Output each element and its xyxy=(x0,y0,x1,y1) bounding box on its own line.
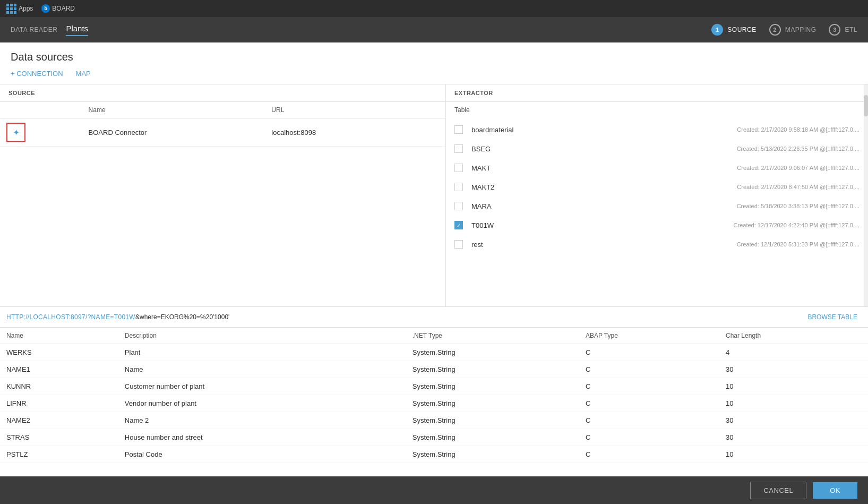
field-description: Name xyxy=(118,361,406,378)
extractor-panel-header: EXTRACTOR xyxy=(446,84,868,102)
scrollbar-track[interactable] xyxy=(864,84,868,306)
list-item[interactable]: BSEG Created: 5/13/2020 2:26:35 PM @[::f… xyxy=(446,139,868,158)
field-net-type: System.String xyxy=(406,378,579,395)
table-row: LIFNR Vendor number of plant System.Stri… xyxy=(0,395,868,412)
step-label-source: SOURCE xyxy=(727,26,756,33)
field-name: STRAS xyxy=(0,429,118,446)
list-item[interactable]: boardmaterial Created: 2/17/2020 9:58:18… xyxy=(446,120,868,139)
item-date: Created: 12/1/2020 5:31:33 PM @[::ffff:1… xyxy=(737,241,860,247)
item-date: Created: 5/13/2020 2:26:35 PM @[::ffff:1… xyxy=(737,146,860,152)
step-etl[interactable]: 3 ETL xyxy=(829,24,857,36)
apps-grid-icon xyxy=(6,4,16,14)
field-abap-type: C xyxy=(579,344,719,361)
item-name: MARA xyxy=(471,202,737,210)
header-left: DATA READER Plants xyxy=(11,24,88,36)
cancel-button[interactable]: CANCEL xyxy=(750,482,806,499)
item-check[interactable] xyxy=(454,125,465,134)
field-char-length: 30 xyxy=(719,429,868,446)
list-item[interactable]: MAKT Created: 2/17/2020 9:06:07 AM @[::f… xyxy=(446,158,868,177)
table-row: PSTLZ Postal Code System.String C 10 xyxy=(0,446,868,463)
step-source[interactable]: 1 SOURCE xyxy=(711,24,756,36)
field-name: WERKS xyxy=(0,344,118,361)
fields-col-header: Name xyxy=(0,328,118,344)
board-logo[interactable]: b BOARD xyxy=(41,4,75,13)
field-abap-type: C xyxy=(579,395,719,412)
field-name: KUNNR xyxy=(0,378,118,395)
field-description: Customer number of plant xyxy=(118,378,406,395)
item-name: rest xyxy=(471,241,737,249)
field-name: NAME1 xyxy=(0,361,118,378)
source-panel-header: SOURCE xyxy=(0,84,445,102)
field-abap-type: C xyxy=(579,429,719,446)
step-circle-1: 1 xyxy=(711,24,723,36)
item-check[interactable] xyxy=(454,240,465,249)
list-item[interactable]: MARA Created: 5/18/2020 3:38:13 PM @[::f… xyxy=(446,197,868,216)
source-url: localhost:8098 xyxy=(265,118,412,147)
checkbox-empty xyxy=(454,125,463,134)
table-row: WERKS Plant System.String C 4 xyxy=(0,344,868,361)
fields-section: NameDescription.NET TypeABAP TypeChar Le… xyxy=(0,328,868,476)
ok-button[interactable]: OK xyxy=(813,482,857,499)
source-actions xyxy=(412,118,445,147)
list-item[interactable]: MAKT2 Created: 2/17/2020 8:47:50 AM @[::… xyxy=(446,177,868,197)
step-label-etl: ETL xyxy=(845,26,857,33)
step-circle-3: 3 xyxy=(829,24,840,36)
field-name: NAME2 xyxy=(0,412,118,429)
source-name: BOARD Connector xyxy=(82,118,265,147)
table-row: NAME2 Name 2 System.String C 30 xyxy=(0,412,868,429)
field-net-type: System.String xyxy=(406,446,579,463)
board-label: BOARD xyxy=(52,5,75,12)
board-icon: b xyxy=(41,4,50,13)
item-check[interactable]: ✓ xyxy=(454,221,465,229)
field-name: LIFNR xyxy=(0,395,118,412)
item-check[interactable] xyxy=(454,183,465,191)
browse-table-button[interactable]: BROWSE TABLE xyxy=(803,311,862,323)
checkbox-empty xyxy=(454,240,463,249)
item-name: BSEG xyxy=(471,145,737,153)
field-description: House number and street xyxy=(118,429,406,446)
table-row[interactable]: ✦ BOARD Connector localhost:8098 xyxy=(0,118,445,147)
col-actions xyxy=(412,102,445,118)
map-button[interactable]: MAP xyxy=(76,70,91,78)
table-row: STRAS House number and street System.Str… xyxy=(0,429,868,446)
connector-icon-cell: ✦ xyxy=(0,118,82,147)
url-params: &where=EKORG%20=%20'1000' xyxy=(135,313,803,321)
field-net-type: System.String xyxy=(406,412,579,429)
item-name: MAKT xyxy=(471,164,737,172)
field-abap-type: C xyxy=(579,412,719,429)
wizard-steps: 1 SOURCE 2 MAPPING 3 ETL xyxy=(711,24,857,36)
apps-nav[interactable]: Apps xyxy=(6,4,33,14)
footer: CANCEL OK xyxy=(0,476,868,504)
table-row: KUNNR Customer number of plant System.St… xyxy=(0,378,868,395)
list-item[interactable]: rest Created: 12/1/2020 5:31:33 PM @[::f… xyxy=(446,235,868,254)
url-main: HTTP://LOCALHOST:8097/?NAME=T001W xyxy=(6,313,135,321)
scrollbar-thumb[interactable] xyxy=(864,95,868,116)
item-check[interactable] xyxy=(454,202,465,210)
checkbox-empty xyxy=(454,144,463,153)
field-abap-type: C xyxy=(579,361,719,378)
connector-icon: ✦ xyxy=(6,123,25,142)
source-panel: SOURCE Name URL ✦ BOARD Connector xyxy=(0,84,446,306)
url-bar: HTTP://LOCALHOST:8097/?NAME=T001W &where… xyxy=(0,306,868,328)
field-char-length: 4 xyxy=(719,344,868,361)
field-description: Name 2 xyxy=(118,412,406,429)
checkbox-empty xyxy=(454,164,463,172)
step-label-mapping: MAPPING xyxy=(785,26,817,33)
extractor-list: boardmaterial Created: 2/17/2020 9:58:18… xyxy=(446,116,868,306)
item-check[interactable] xyxy=(454,164,465,172)
data-reader-label: DATA READER xyxy=(11,26,57,33)
main-content: Data sources + CONNECTION MAP SOURCE Nam… xyxy=(0,42,868,476)
extractor-panel: EXTRACTOR Table boardmaterial Created: 2… xyxy=(446,84,868,306)
item-check[interactable] xyxy=(454,144,465,153)
col-url: URL xyxy=(265,102,412,118)
field-char-length: 10 xyxy=(719,446,868,463)
field-char-length: 10 xyxy=(719,378,868,395)
field-net-type: System.String xyxy=(406,429,579,446)
list-item[interactable]: ✓ T001W Created: 12/17/2020 4:22:40 PM @… xyxy=(446,216,868,235)
item-name: T001W xyxy=(471,221,734,229)
step-mapping[interactable]: 2 MAPPING xyxy=(769,24,817,36)
field-net-type: System.String xyxy=(406,344,579,361)
item-name: MAKT2 xyxy=(471,183,737,191)
step-circle-2: 2 xyxy=(769,24,781,36)
connection-button[interactable]: + CONNECTION xyxy=(11,70,63,78)
